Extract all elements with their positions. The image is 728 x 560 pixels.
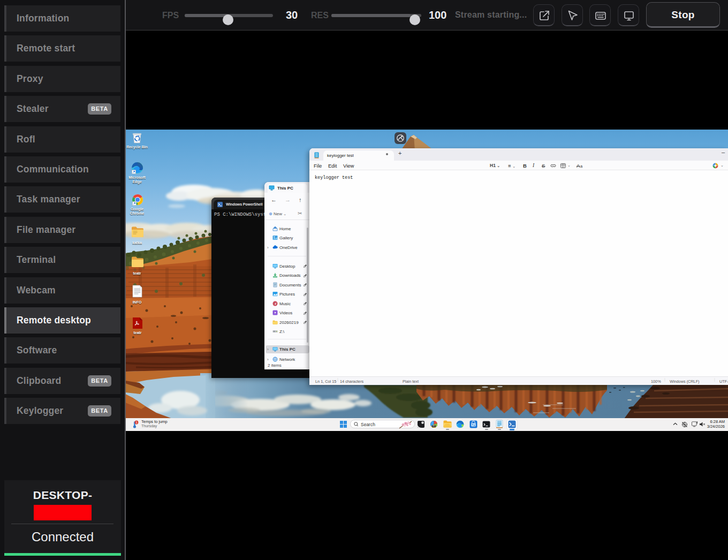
svg-text:365: 365: [433, 425, 436, 427]
